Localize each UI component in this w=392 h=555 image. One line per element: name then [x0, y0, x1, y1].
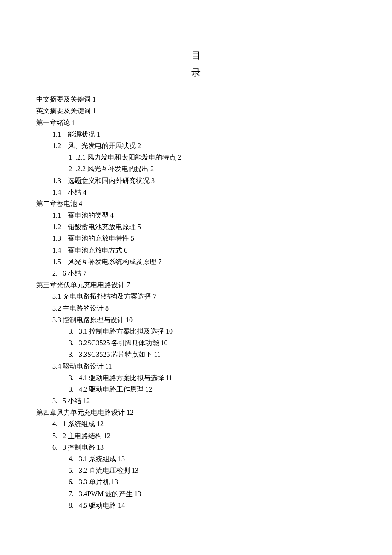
toc-entry: 中文摘要及关键词 1 — [36, 93, 356, 105]
toc-entry: 2 .2.2 风光互补发电的提出 2 — [36, 163, 356, 174]
toc-entry: 1.4 蓄电池充放电方式 6 — [36, 244, 356, 256]
toc-entry: 6. 3 控制电路 13 — [36, 442, 356, 453]
toc-entry: 1.3 蓄电池的充放电特性 5 — [36, 232, 356, 244]
toc-entry: 第二章蓄电池 4 — [36, 198, 356, 209]
toc-entry: 3.2 主电路的设计 8 — [36, 302, 356, 314]
toc-entry: 4. 3.1 系统组成 13 — [36, 453, 356, 465]
toc-entry: 3. 3.2SG3525 各引脚具体功能 10 — [36, 337, 356, 349]
toc-entry: 英文摘要及关键词 1 — [36, 105, 356, 116]
document-title: 目 录 — [36, 47, 356, 81]
toc-entry: 3. 5 小结 12 — [36, 395, 356, 407]
toc-entry: 3.4 驱动电路设计 11 — [36, 360, 356, 372]
toc-entry: 第三章光伏单元充电电路设计 7 — [36, 279, 356, 291]
toc-entry: 3. 3.1 控制电路方案比拟及选择 10 — [36, 325, 356, 337]
title-char-2: 录 — [36, 64, 356, 81]
toc-entry: 1.4 小结 4 — [36, 186, 356, 198]
toc-entry: 5. 3.2 直流电压检测 13 — [36, 465, 356, 476]
toc-entry: 3.3 控制电路原理与设计 10 — [36, 314, 356, 325]
toc-entry: 3. 4.2 驱动电路工作原理 12 — [36, 384, 356, 395]
toc-entry: 1.2 风、光发电的开展状况 2 — [36, 140, 356, 151]
toc-entry: 4. 1 系统组成 12 — [36, 418, 356, 430]
toc-entry: 1.5 风光互补发电系统构成及原理 7 — [36, 256, 356, 267]
toc-entry: 1.1 蓄电池的类型 4 — [36, 209, 356, 221]
toc-entry: 第一章绪论 1 — [36, 117, 356, 128]
title-char-1: 目 — [36, 47, 356, 64]
table-of-contents: 中文摘要及关键词 1英文摘要及关键词 1第一章绪论 11.1 能源状况 11.2… — [36, 93, 356, 511]
toc-entry: 3. 4.1 驱动电路方案比拟与选择 11 — [36, 372, 356, 384]
toc-entry: 2. 6 小结 7 — [36, 267, 356, 279]
toc-entry: 1.1 能源状况 1 — [36, 128, 356, 140]
toc-entry: 3.1 充电电路拓扑结构及方案选择 7 — [36, 291, 356, 302]
toc-entry: 8. 4.5 驱动电路 14 — [36, 500, 356, 511]
toc-entry: 第四章风力单元充电电路设计 12 — [36, 407, 356, 418]
toc-entry: 1 .2.1 风力发电和太阳能发电的特点 2 — [36, 151, 356, 163]
toc-entry: 6. 3.3 单片机 13 — [36, 476, 356, 488]
toc-entry: 3. 3.3SG3525 芯片特点如下 11 — [36, 349, 356, 360]
toc-entry: 1.3 选题意义和国内外研究状况 3 — [36, 175, 356, 186]
toc-entry: 1.2 铅酸蓄电池充放电原理 5 — [36, 221, 356, 232]
toc-entry: 5. 2 主电路结构 12 — [36, 430, 356, 442]
toc-entry: 7. 3.4PWM 波的产生 13 — [36, 488, 356, 500]
